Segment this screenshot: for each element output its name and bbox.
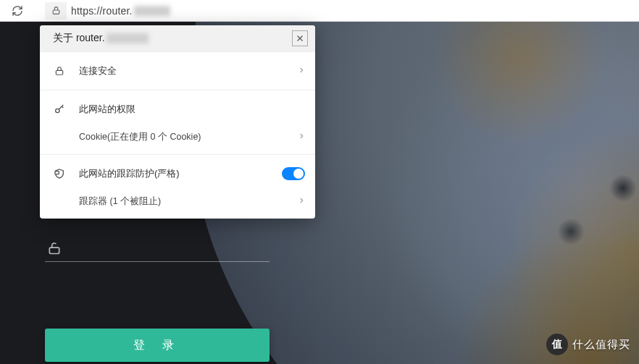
watermark-text: 什么值得买 [572,338,630,352]
lock-icon[interactable] [45,2,67,20]
lock-icon [53,66,66,76]
lock-open-icon [46,241,62,255]
permissions-row[interactable]: 此网站的权限 [40,95,315,124]
popup-header: 关于 router. [40,25,315,51]
browser-toolbar: https://router. [0,0,639,22]
password-input[interactable] [72,242,268,255]
chevron-right-icon [298,131,305,143]
site-info-popup: 关于 router. 连接安全 此网站的权限 Cookie(正在使用 0 个 C… [40,25,315,219]
svg-rect-0 [53,10,59,14]
chevron-right-icon [298,65,305,77]
chevron-right-icon [298,195,305,208]
svg-rect-5 [55,172,59,174]
close-icon [296,34,304,43]
tracking-protection-row[interactable]: 此网站的跟踪防护(严格) [40,159,315,188]
url-text: https://router. [67,5,170,17]
trackers-label: 跟踪器 (1 个被阻止) [79,195,298,208]
permissions-label: 此网站的权限 [79,103,305,116]
svg-rect-2 [49,247,59,253]
connection-secure-row[interactable]: 连接安全 [40,56,315,85]
trackers-row[interactable]: 跟踪器 (1 个被阻止) [40,188,315,214]
popup-title: 关于 router. [53,32,105,45]
cookies-row[interactable]: Cookie(正在使用 0 个 Cookie) [40,124,315,150]
watermark-badge: 值 [546,334,568,355]
svg-rect-3 [56,70,62,75]
watermark: 值 什么值得买 [546,334,630,355]
password-field[interactable] [45,235,270,262]
close-button[interactable] [292,30,308,46]
login-button[interactable]: 登 录 [45,329,270,362]
cookies-label: Cookie(正在使用 0 个 Cookie) [79,131,298,143]
svg-point-4 [56,109,59,112]
key-icon [53,103,66,115]
connection-secure-label: 连接安全 [79,64,298,77]
shield-icon [53,168,66,179]
reload-button[interactable] [10,4,25,18]
tracking-protection-toggle[interactable] [282,167,305,180]
tracking-protection-label: 此网站的跟踪防护(严格) [79,167,282,180]
address-bar[interactable]: https://router. [45,0,633,21]
